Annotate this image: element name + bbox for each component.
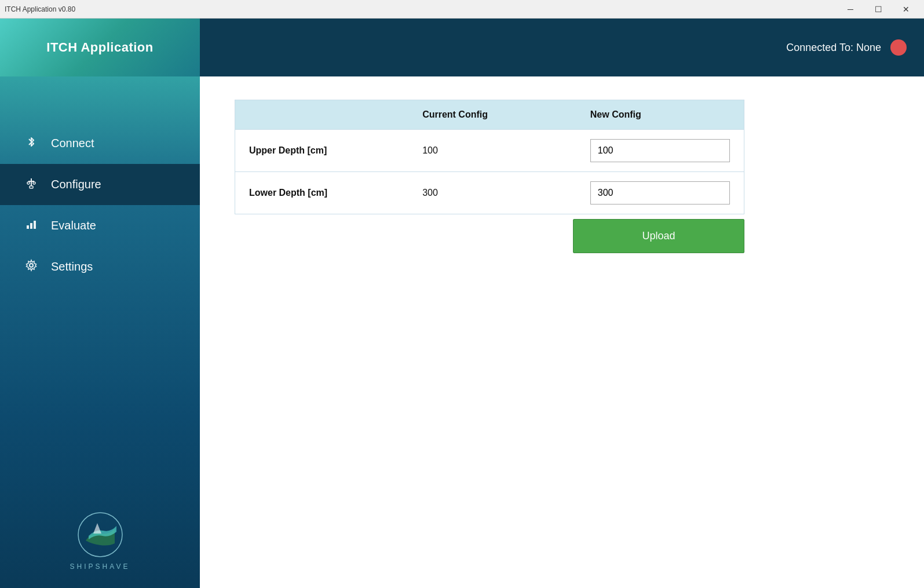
sidebar-nav: Connect Configure	[0, 76, 200, 500]
title-bar-text: ITCH Application v0.80	[5, 5, 75, 13]
upper-depth-input[interactable]	[590, 139, 730, 162]
col-header-current: Current Config	[408, 100, 576, 130]
title-bar-controls: ─ ☐ ✕	[837, 0, 919, 19]
sidebar-item-configure[interactable]: Configure	[0, 164, 200, 205]
row-lower-new-cell	[576, 172, 744, 214]
sidebar-item-settings[interactable]: Settings	[0, 246, 200, 287]
upload-btn-row: Upload	[235, 219, 744, 253]
top-bar: Connected To: None	[200, 19, 924, 76]
title-bar: ITCH Application v0.80 ─ ☐ ✕	[0, 0, 924, 19]
gear-icon	[23, 259, 39, 275]
sidebar-header: ITCH Application	[0, 19, 200, 76]
svg-rect-5	[27, 225, 29, 229]
minimize-button[interactable]: ─	[837, 0, 864, 19]
svg-point-2	[27, 182, 30, 184]
connection-status-text: Connected To: None	[786, 42, 881, 54]
sidebar-item-configure-label: Configure	[51, 178, 101, 191]
row-lower-current: 300	[408, 172, 576, 214]
row-upper-label: Upper Depth [cm]	[235, 130, 409, 172]
sidebar-title: ITCH Application	[46, 40, 153, 55]
svg-point-3	[33, 182, 35, 184]
connection-indicator	[890, 39, 907, 56]
sidebar-item-connect[interactable]: Connect	[0, 123, 200, 164]
lower-depth-input[interactable]	[590, 181, 730, 204]
row-lower-label: Lower Depth [cm]	[235, 172, 409, 214]
app-body: ITCH Application Connect	[0, 19, 924, 588]
svg-rect-4	[30, 186, 33, 188]
maximize-button[interactable]: ☐	[865, 0, 892, 19]
svg-point-8	[30, 264, 33, 267]
bluetooth-icon	[23, 136, 39, 151]
logo-graphic	[77, 512, 123, 558]
sidebar-footer: SHIPSHAVE	[0, 500, 200, 588]
sidebar-item-evaluate-label: Evaluate	[51, 219, 96, 232]
sidebar-item-connect-label: Connect	[51, 137, 94, 150]
row-upper-current: 100	[408, 130, 576, 172]
sidebar-item-evaluate[interactable]: Evaluate	[0, 205, 200, 246]
usb-icon	[23, 177, 39, 192]
close-button[interactable]: ✕	[893, 0, 919, 19]
table-row: Lower Depth [cm] 300	[235, 172, 744, 214]
upload-button[interactable]: Upload	[573, 219, 744, 253]
col-header-label	[235, 100, 409, 130]
main-content: Connected To: None Current Config New Co…	[200, 19, 924, 588]
svg-rect-6	[30, 223, 32, 229]
svg-rect-7	[34, 221, 36, 229]
config-table: Current Config New Config Upper Depth [c…	[235, 100, 744, 214]
chart-icon	[23, 218, 39, 233]
sidebar: ITCH Application Connect	[0, 19, 200, 588]
sidebar-item-settings-label: Settings	[51, 260, 93, 273]
table-row: Upper Depth [cm] 100	[235, 130, 744, 172]
col-header-new: New Config	[576, 100, 744, 130]
content-area: Current Config New Config Upper Depth [c…	[200, 76, 924, 588]
row-upper-new-cell	[576, 130, 744, 172]
logo-text: SHIPSHAVE	[70, 563, 130, 571]
